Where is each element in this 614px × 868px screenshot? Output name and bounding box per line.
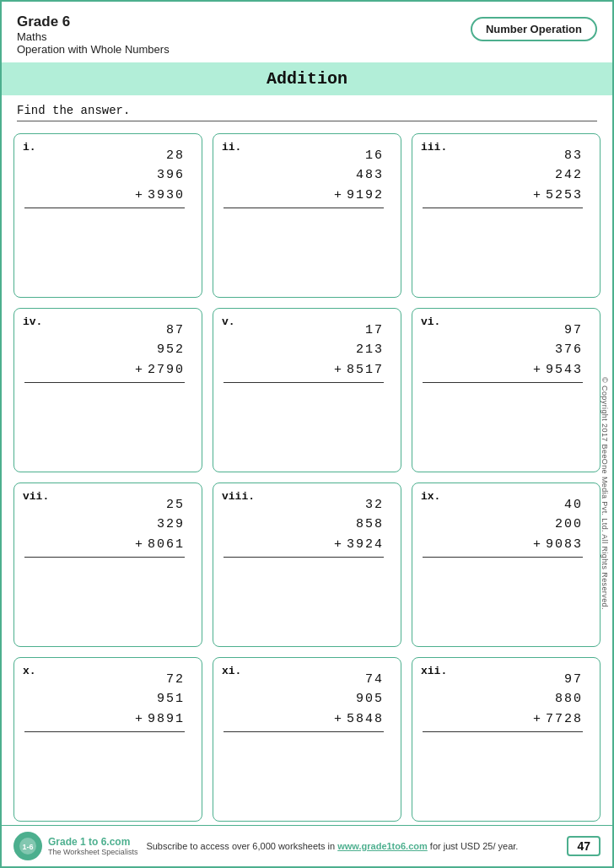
problem-numbers: 87952+2790	[24, 321, 191, 383]
num-row-1: 17	[365, 321, 384, 340]
problem-numbers: 72951+9891	[24, 670, 191, 732]
answer-line	[24, 731, 185, 732]
footer-price: for just USD 25/ year.	[430, 841, 519, 851]
page-number: 47	[567, 836, 601, 856]
num-row-2: 213	[356, 340, 384, 359]
num-row-1: 16	[365, 146, 384, 165]
num-row-2: 951	[157, 689, 185, 709]
num-value: 7728	[546, 709, 583, 729]
num-value: 5253	[546, 186, 583, 205]
num-value: 9192	[347, 186, 384, 205]
problem-numbers: 97880+7728	[423, 670, 590, 732]
section-title: Addition	[2, 62, 612, 95]
problem-label: vii.	[23, 490, 49, 503]
plus-sign: +	[334, 360, 343, 380]
answer-line	[224, 208, 384, 208]
svg-text:1-6: 1-6	[22, 843, 33, 851]
problem-numbers: 32858+3924	[224, 495, 390, 558]
plus-sign: +	[334, 709, 343, 729]
num-row-1: 83	[564, 146, 583, 165]
problem-label: viii.	[222, 490, 255, 503]
num-value: 9543	[546, 360, 583, 380]
problem-box: iv.87952+2790	[13, 308, 202, 472]
num-row-3: +5848	[224, 709, 384, 729]
header-left: Grade 6 Maths Operation with Whole Numbe…	[17, 13, 170, 56]
answer-line	[423, 382, 583, 383]
num-value: 8061	[148, 535, 185, 554]
plus-sign: +	[533, 360, 542, 380]
plus-sign: +	[334, 186, 343, 205]
plus-sign: +	[334, 535, 343, 554]
num-row-3: +2790	[24, 360, 185, 380]
problem-label: xi.	[222, 665, 241, 677]
num-row-3: +5253	[423, 186, 583, 205]
grade-label: Grade 6	[17, 13, 170, 30]
num-row-2: 329	[157, 515, 185, 534]
num-row-1: 74	[365, 670, 384, 689]
plus-sign: +	[533, 535, 542, 554]
plus-sign: +	[135, 535, 144, 554]
copyright-side-wrapper: © Copyright 2017 BeeOne Media Pvt. Ltd. …	[597, 170, 612, 816]
num-row-3: +9083	[423, 535, 583, 554]
num-value: 5848	[347, 709, 384, 729]
num-row-1: 97	[564, 670, 583, 689]
problem-numbers: 83242+5253	[423, 146, 590, 208]
num-row-1: 40	[564, 495, 583, 515]
answer-line	[24, 208, 185, 208]
plus-sign: +	[533, 709, 542, 729]
instruction-text: Find the answer.	[2, 95, 612, 121]
problem-box: ix.40200+9083	[412, 483, 601, 647]
answer-line	[24, 382, 185, 383]
num-row-3: +9891	[24, 709, 185, 729]
logo-circle: 1-6	[13, 832, 42, 860]
problem-label: ix.	[421, 490, 440, 503]
footer-logo-title: Grade 1 to 6.com	[48, 836, 137, 848]
problem-label: iii.	[421, 141, 447, 154]
num-row-1: 72	[166, 670, 185, 689]
num-row-2: 880	[555, 689, 583, 709]
problem-box: vi.97376+9543	[412, 308, 601, 472]
copyright-text: © Copyright 2017 BeeOne Media Pvt. Ltd. …	[601, 377, 609, 610]
problem-box: xii.97880+7728	[412, 657, 601, 822]
answer-line	[423, 731, 583, 732]
problem-label: vi.	[421, 315, 440, 328]
num-row-3: +9543	[423, 360, 583, 380]
footer: 1-6 Grade 1 to 6.com The Worksheet Speci…	[2, 825, 612, 866]
problem-label: v.	[222, 315, 235, 328]
problem-label: xii.	[421, 665, 447, 677]
subject-label: Maths	[17, 30, 170, 43]
num-row-3: +7728	[423, 709, 583, 729]
problem-numbers: 74905+5848	[224, 670, 390, 732]
problem-label: i.	[23, 141, 36, 154]
problem-box: vii.25329+8061	[13, 483, 202, 647]
problem-label: x.	[23, 665, 36, 677]
problem-box: viii.32858+3924	[213, 483, 401, 647]
problem-numbers: 16483+9192	[224, 146, 390, 208]
problem-box: i.28396+3930	[13, 133, 202, 298]
num-value: 9891	[148, 709, 185, 729]
problem-box: xi.74905+5848	[213, 657, 401, 822]
num-row-2: 242	[555, 165, 583, 185]
answer-line	[224, 557, 384, 558]
problem-box: iii.83242+5253	[412, 133, 601, 298]
answer-line	[224, 382, 384, 383]
problem-numbers: 40200+9083	[423, 495, 590, 558]
num-value: 8517	[347, 360, 384, 380]
problem-label: iv.	[23, 315, 42, 328]
topic-label: Operation with Whole Numbers	[17, 43, 170, 56]
footer-link: www.grade1to6.com	[337, 841, 428, 851]
badge: Number Operation	[471, 17, 597, 41]
plus-sign: +	[135, 709, 144, 729]
problem-numbers: 97376+9543	[423, 321, 590, 383]
problems-grid: i.28396+3930ii.16483+9192iii.83242+5253i…	[2, 130, 612, 825]
num-value: 9083	[546, 535, 583, 554]
num-row-3: +8061	[24, 535, 185, 554]
num-row-1: 32	[365, 495, 384, 515]
num-row-2: 905	[356, 689, 384, 709]
num-row-2: 396	[157, 165, 185, 185]
num-row-2: 376	[555, 340, 583, 359]
answer-line	[423, 557, 583, 558]
problem-label: ii.	[222, 141, 241, 154]
footer-logo-text: Grade 1 to 6.com The Worksheet Specialis…	[48, 836, 137, 856]
plus-sign: +	[135, 186, 144, 205]
